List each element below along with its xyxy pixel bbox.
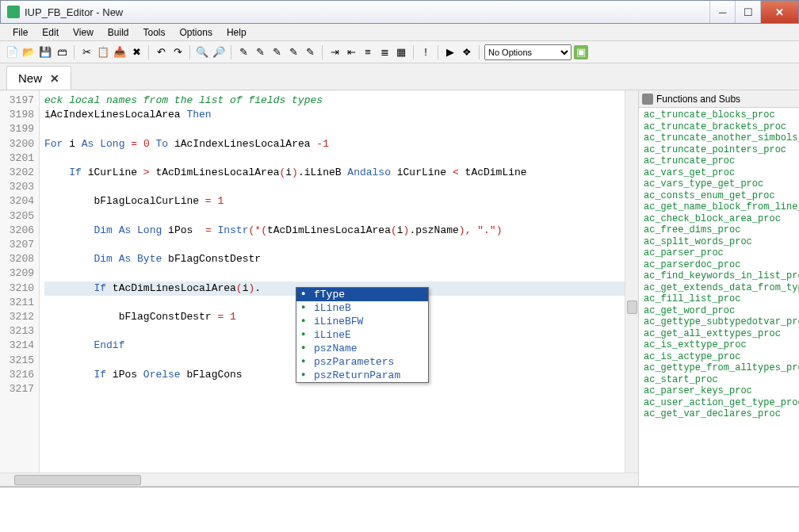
code-line[interactable]	[44, 238, 625, 252]
code-area[interactable]: eck local names from the list of fields …	[40, 90, 625, 473]
save-icon[interactable]: 💾	[38, 45, 52, 59]
menu-options[interactable]: Options	[174, 25, 219, 40]
function-list-item[interactable]: ac_fill_list_proc	[644, 293, 799, 305]
menu-build[interactable]: Build	[101, 25, 136, 40]
new-icon[interactable]: 📄	[5, 45, 19, 59]
output-pane[interactable]	[0, 486, 799, 532]
autocomplete-item[interactable]: pszParameters	[296, 355, 428, 369]
maximize-button[interactable]	[735, 1, 760, 23]
functions-list[interactable]: ac_truncate_blocks_procac_truncate_brack…	[639, 108, 799, 486]
minimize-button[interactable]	[709, 1, 735, 23]
code-line[interactable]	[44, 122, 625, 136]
code-line[interactable]	[44, 180, 625, 194]
function-list-item[interactable]: ac_parser_keys_proc	[644, 385, 799, 397]
function-list-item[interactable]: ac_gettype_subtypedotvar_pro	[644, 316, 799, 328]
bookmark-next-icon[interactable]: ✎	[286, 45, 300, 59]
function-list-item[interactable]: ac_is_actype_proc	[644, 351, 799, 363]
function-list-item[interactable]: ac_gettype_from_alltypes_pro	[644, 362, 799, 374]
function-list-item[interactable]: ac_vars_get_proc	[644, 167, 799, 179]
close-button[interactable]	[760, 1, 798, 23]
menu-edit[interactable]: Edit	[36, 25, 65, 40]
function-list-item[interactable]: ac_get_all_exttypes_proc	[644, 328, 799, 340]
function-list-item[interactable]: ac_consts_enum_get_proc	[644, 190, 799, 202]
code-line[interactable]: bFlagLocalCurLine = 1	[44, 194, 625, 209]
save-all-icon[interactable]: 🗃	[55, 45, 69, 59]
function-list-item[interactable]: ac_truncate_proc	[644, 155, 799, 167]
horizontal-scrollbar[interactable]	[0, 473, 638, 486]
function-list-item[interactable]: ac_get_var_declares_proc	[644, 408, 799, 420]
build-options-select[interactable]: No Options	[484, 44, 572, 60]
function-list-item[interactable]: ac_parserdoc_proc	[644, 259, 799, 271]
code-line[interactable]: For i As Long = 0 To iAcIndexLinesLocalA…	[44, 137, 625, 151]
code-line[interactable]: Dim As Long iPos = Instr(*(tAcDimLinesLo…	[44, 224, 625, 238]
line-number: 3210	[0, 281, 34, 296]
compile-icon[interactable]: ❖	[460, 45, 474, 59]
autocomplete-item[interactable]: pszName	[296, 342, 428, 355]
autocomplete-item[interactable]: iLineB	[296, 301, 428, 315]
autocomplete-item[interactable]: pszReturnParam	[296, 369, 428, 382]
menu-file[interactable]: File	[6, 25, 34, 40]
menu-help[interactable]: Help	[220, 25, 253, 40]
vertical-scrollbar[interactable]	[625, 90, 638, 473]
function-list-item[interactable]: ac_truncate_pointers_proc	[644, 144, 799, 156]
tab-close-icon[interactable]: ✕	[50, 72, 59, 85]
find-next-icon[interactable]: 🔎	[212, 45, 226, 59]
bookmark-icon[interactable]: ✎	[236, 45, 250, 59]
function-list-item[interactable]: ac_get_extends_data_from_typ	[644, 282, 799, 294]
open-icon[interactable]: 📂	[21, 45, 36, 59]
paste-icon[interactable]: 📥	[113, 45, 127, 59]
indent-icon[interactable]: ⇥	[327, 45, 342, 59]
vscroll-thumb[interactable]	[627, 300, 637, 314]
code-line[interactable]	[44, 382, 625, 396]
hscroll-thumb[interactable]	[14, 475, 141, 485]
tab-new[interactable]: New ✕	[6, 66, 71, 90]
bookmark-clear-icon[interactable]: ✎	[303, 45, 317, 59]
autocomplete-popup[interactable]: fTypeiLineBiLineBFWiLineEpszNamepszParam…	[296, 287, 429, 383]
line-number: 3209	[0, 266, 34, 281]
menu-view[interactable]: View	[67, 25, 100, 40]
function-list-item[interactable]: ac_find_keywords_in_list_pro	[644, 270, 799, 282]
quick-run-icon[interactable]: ▣	[574, 45, 588, 59]
code-line[interactable]: iAcIndexLinesLocalArea Then	[44, 108, 625, 122]
outdent-icon[interactable]: ⇤	[344, 45, 358, 59]
function-list-item[interactable]: ac_parser_proc	[644, 247, 799, 259]
bookmark-prev-icon[interactable]: ✎	[270, 45, 284, 59]
code-line[interactable]	[44, 266, 625, 281]
function-list-item[interactable]: ac_truncate_blocks_proc	[644, 109, 799, 121]
copy-icon[interactable]: 📋	[96, 45, 110, 59]
bookmark-add-icon[interactable]: ✎	[253, 45, 267, 59]
code-line[interactable]: If iCurLine > tAcDimLinesLocalArea(i).iL…	[44, 166, 625, 180]
redo-icon[interactable]: ↷	[170, 45, 185, 59]
function-list-item[interactable]: ac_truncate_brackets_proc	[644, 121, 799, 133]
function-list-item[interactable]: ac_start_proc	[644, 374, 799, 386]
function-list-item[interactable]: ac_is_exttype_proc	[644, 339, 799, 351]
function-list-item[interactable]: ac_user_action_get_type_proc	[644, 397, 799, 409]
format-icon[interactable]: ≡	[361, 45, 375, 59]
autocomplete-item[interactable]: iLineBFW	[296, 315, 428, 328]
autocomplete-item[interactable]: iLineE	[296, 328, 428, 342]
function-list-item[interactable]: ac_split_words_proc	[644, 236, 799, 248]
comment-icon[interactable]: ≣	[377, 45, 392, 59]
cut-icon[interactable]: ✂	[79, 45, 94, 59]
code-line[interactable]	[44, 151, 625, 166]
uncomment-icon[interactable]: ▦	[394, 45, 408, 59]
code-line[interactable]: Dim As Byte bFlagConstDestr	[44, 252, 625, 266]
function-list-item[interactable]: ac_get_word_proc	[644, 305, 799, 317]
function-list-item[interactable]: ac_get_name_block_from_line_	[644, 201, 799, 213]
function-list-item[interactable]: ac_vars_type_get_proc	[644, 178, 799, 190]
code-editor[interactable]: 3197319831993200320132023203320432053206…	[0, 90, 638, 473]
code-line[interactable]	[44, 209, 625, 224]
breakpoint-icon[interactable]: !	[419, 45, 433, 59]
delete-icon[interactable]: ✖	[129, 45, 143, 59]
line-number: 3214	[0, 339, 34, 353]
run-icon[interactable]: ▶	[443, 45, 457, 59]
menu-tools[interactable]: Tools	[137, 25, 172, 40]
function-list-item[interactable]: ac_free_dims_proc	[644, 224, 799, 236]
function-list-item[interactable]: ac_truncate_another_simbols_	[644, 132, 799, 144]
line-number: 3211	[0, 296, 34, 310]
code-line[interactable]: eck local names from the list of fields …	[44, 94, 625, 108]
autocomplete-item[interactable]: fType	[296, 288, 428, 301]
undo-icon[interactable]: ↶	[154, 45, 168, 59]
find-icon[interactable]: 🔍	[195, 45, 209, 59]
function-list-item[interactable]: ac_check_block_area_proc	[644, 213, 799, 225]
